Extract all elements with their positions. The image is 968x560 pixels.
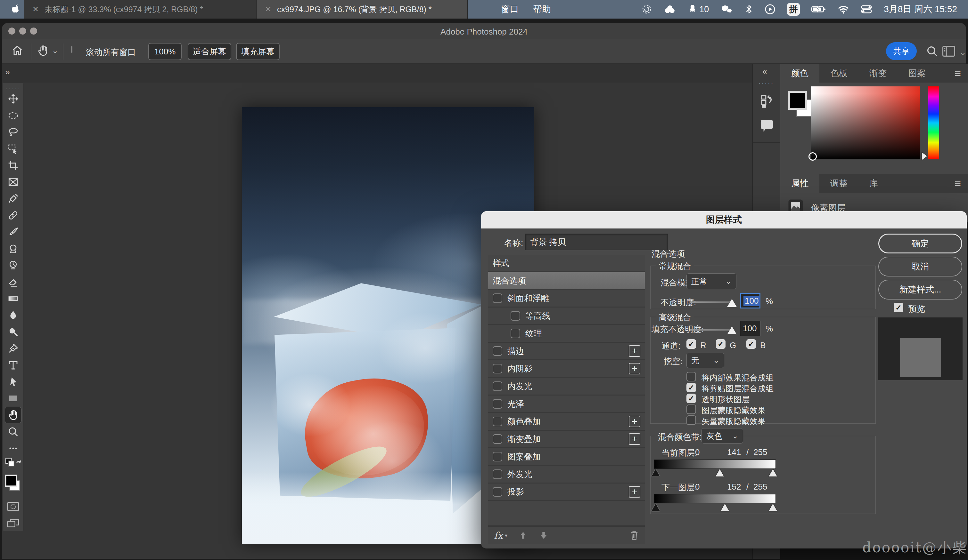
zoom-100-button[interactable]: 100% xyxy=(148,43,182,60)
style-item-drop-shadow[interactable]: 投影 xyxy=(488,484,645,500)
knockout-select[interactable]: 无 xyxy=(686,353,724,368)
move-effect-down-icon[interactable] xyxy=(539,530,549,540)
share-button[interactable]: 共享 xyxy=(886,42,917,60)
color-field[interactable] xyxy=(811,86,920,159)
play-icon[interactable] xyxy=(764,4,776,15)
screen-mode-button[interactable] xyxy=(5,515,22,532)
style-checkbox[interactable] xyxy=(493,346,502,356)
add-instance-icon[interactable] xyxy=(629,345,640,357)
move-tool[interactable] xyxy=(5,91,22,107)
dock-grip[interactable]: ····· xyxy=(759,81,774,85)
apple-logo-icon[interactable] xyxy=(11,4,20,15)
tab-color[interactable]: 颜色 xyxy=(780,64,819,83)
menu-help[interactable]: 帮助 xyxy=(533,3,551,15)
bluetooth-icon[interactable] xyxy=(745,4,753,15)
style-item-pattern-overlay[interactable]: 图案叠加 xyxy=(488,448,645,465)
blend-if-select[interactable]: 灰色 xyxy=(701,428,743,444)
object-selection-tool[interactable] xyxy=(5,140,22,157)
search-icon[interactable] xyxy=(926,45,938,58)
panel-menu-icon[interactable] xyxy=(955,177,961,190)
default-and-swap-colors[interactable] xyxy=(5,457,22,471)
style-item-inner-shadow[interactable]: 内阴影 xyxy=(488,360,645,377)
vector-mask-hides-checkbox[interactable] xyxy=(686,415,696,425)
hue-slider-thumb[interactable] xyxy=(922,152,927,160)
toolbar-grip[interactable]: ····· xyxy=(5,86,21,91)
dodge-tool[interactable] xyxy=(5,324,22,340)
layer-mask-hides-checkbox[interactable] xyxy=(686,405,696,414)
blend-clipped-checkbox[interactable] xyxy=(686,383,696,392)
current-white-mid-thumb[interactable] xyxy=(716,469,724,476)
ok-button[interactable]: 确定 xyxy=(878,234,962,253)
current-white-thumb[interactable] xyxy=(769,469,777,476)
style-checkbox[interactable] xyxy=(493,452,502,461)
style-checkbox[interactable] xyxy=(493,364,502,373)
transparency-shapes-checkbox[interactable] xyxy=(686,393,696,403)
dialog-title-bar[interactable]: 图层样式 xyxy=(481,211,967,228)
tab-adjustments[interactable]: 调整 xyxy=(819,174,859,193)
add-instance-icon[interactable] xyxy=(629,416,640,427)
styles-header[interactable]: 样式 xyxy=(488,255,645,271)
eyedropper-tool[interactable] xyxy=(5,190,22,207)
lasso-tool[interactable] xyxy=(5,124,22,140)
healing-brush-tool[interactable] xyxy=(5,207,22,224)
style-checkbox[interactable] xyxy=(493,434,502,444)
fill-opacity-slider-thumb[interactable] xyxy=(727,326,737,334)
hand-tool[interactable] xyxy=(5,407,22,423)
style-item-color-overlay[interactable]: 颜色叠加 xyxy=(488,413,645,430)
current-layer-gradient-bar[interactable] xyxy=(654,459,776,469)
opacity-slider-thumb[interactable] xyxy=(727,299,737,307)
fill-opacity-slider[interactable] xyxy=(690,329,732,330)
screen-record-icon[interactable] xyxy=(641,4,652,15)
marquee-tool[interactable] xyxy=(5,107,22,124)
wifi-icon[interactable] xyxy=(838,4,849,15)
edit-toolbar-ellipsis-icon[interactable] xyxy=(5,440,22,457)
tab-swatches[interactable]: 色板 xyxy=(819,64,859,83)
crop-tool[interactable] xyxy=(5,157,22,174)
style-item-contour[interactable]: 等高线 xyxy=(488,307,645,324)
hand-tool-preset-icon[interactable] xyxy=(36,44,58,57)
style-checkbox[interactable] xyxy=(493,382,502,391)
style-checkbox[interactable] xyxy=(493,416,502,426)
blend-interior-checkbox[interactable] xyxy=(686,372,696,382)
style-checkbox[interactable] xyxy=(511,311,520,320)
close-tab-icon[interactable] xyxy=(265,5,271,14)
tab-gradients[interactable]: 渐变 xyxy=(859,64,898,83)
gradient-tool[interactable] xyxy=(5,290,22,307)
frame-tool[interactable] xyxy=(5,174,22,190)
color-field-cursor[interactable] xyxy=(809,152,817,161)
opacity-value-input[interactable]: 100 xyxy=(740,293,761,309)
fill-opacity-value-input[interactable]: 100 xyxy=(740,320,761,336)
input-method-icon[interactable]: 拼 xyxy=(787,3,800,16)
menu-window[interactable]: 窗口 xyxy=(501,3,519,15)
foreground-background-colors[interactable] xyxy=(5,471,22,498)
hue-slider[interactable] xyxy=(928,86,939,159)
underlying-layer-gradient-bar[interactable] xyxy=(654,494,776,503)
underlying-black-thumb[interactable] xyxy=(651,504,660,511)
delete-effect-icon[interactable] xyxy=(630,530,639,540)
style-item-bevel-emboss[interactable]: 斜面和浮雕 xyxy=(488,290,645,307)
add-effect-button[interactable]: fx▾ xyxy=(494,530,507,541)
qq-icon[interactable]: 10 xyxy=(688,4,709,15)
control-center-icon[interactable] xyxy=(861,4,872,15)
scroll-all-windows-checkbox[interactable] xyxy=(71,46,72,53)
add-instance-icon[interactable] xyxy=(629,433,640,445)
style-item-satin[interactable]: 光泽 xyxy=(488,395,645,412)
dock-expand-icon[interactable] xyxy=(762,66,767,76)
fit-screen-button[interactable]: 适合屏幕 xyxy=(188,43,231,60)
eraser-tool[interactable] xyxy=(5,274,22,290)
battery-icon[interactable] xyxy=(811,4,826,15)
style-item-stroke[interactable]: 描边 xyxy=(488,343,645,359)
add-instance-icon[interactable] xyxy=(629,363,640,374)
path-selection-tool[interactable] xyxy=(5,373,22,390)
style-checkbox[interactable] xyxy=(493,469,502,479)
underlying-white-thumb[interactable] xyxy=(769,504,777,511)
style-item-gradient-overlay[interactable]: 渐变叠加 xyxy=(488,431,645,448)
channel-r-checkbox[interactable] xyxy=(686,339,696,349)
type-tool[interactable] xyxy=(5,357,22,373)
preview-checkbox[interactable] xyxy=(894,303,903,312)
document-tab-active[interactable]: cx9974.JPG @ 16.7% (背景 拷贝, RGB/8) * xyxy=(257,0,468,18)
style-item-outer-glow[interactable]: 外发光 xyxy=(488,466,645,482)
tab-patterns[interactable]: 图案 xyxy=(898,64,937,83)
add-instance-icon[interactable] xyxy=(629,486,640,497)
toolbar-collapse-icon[interactable] xyxy=(5,67,10,77)
